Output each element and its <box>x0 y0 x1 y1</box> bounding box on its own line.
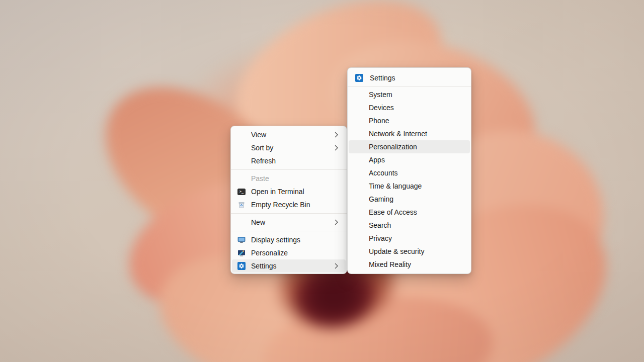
settings-gear-icon <box>355 74 363 82</box>
menu-item-label: Open in Terminal <box>251 188 335 196</box>
menu-item-settings[interactable]: Settings <box>232 259 346 273</box>
menu-item-label: Personalize <box>251 249 335 257</box>
menu-separator <box>231 169 347 170</box>
menu-item-view[interactable]: View <box>232 128 346 141</box>
menu-item-label: Sort by <box>251 144 335 152</box>
menu-item-label: View <box>251 131 335 139</box>
terminal-icon: >_ <box>237 189 246 195</box>
menu-separator <box>231 231 347 231</box>
menu-item-empty-recycle-bin[interactable]: Empty Recycle Bin <box>232 198 346 211</box>
desktop-context-menu: View Sort by Refresh Paste >_ Open in Te… <box>230 126 347 274</box>
menu-separator <box>348 86 471 87</box>
menu-item-label: Empty Recycle Bin <box>251 201 335 209</box>
menu-item-refresh[interactable]: Refresh <box>232 154 346 167</box>
display-icon <box>237 236 246 244</box>
menu-item-new[interactable]: New <box>232 216 346 229</box>
submenu-item-system[interactable]: System <box>349 88 470 101</box>
menu-item-label: Settings <box>251 262 335 270</box>
submenu-item-mixed-reality[interactable]: Mixed Reality <box>349 258 470 271</box>
menu-item-label: Display settings <box>251 236 335 244</box>
menu-item-label: Refresh <box>251 157 335 165</box>
menu-item-label: Paste <box>251 174 335 183</box>
submenu-header-label: Settings <box>370 74 395 82</box>
menu-item-label: New <box>251 218 335 226</box>
submenu-item-accounts[interactable]: Accounts <box>349 166 470 179</box>
menu-item-personalize[interactable]: Personalize <box>232 246 346 259</box>
submenu-item-time-language[interactable]: Time & language <box>349 179 470 193</box>
submenu-item-privacy[interactable]: Privacy <box>349 232 470 245</box>
submenu-item-update-security[interactable]: Update & security <box>349 245 470 258</box>
recycle-bin-icon <box>237 201 246 209</box>
submenu-item-personalization[interactable]: Personalization <box>349 140 470 153</box>
submenu-item-phone[interactable]: Phone <box>349 114 470 127</box>
submenu-item-search[interactable]: Search <box>349 219 470 232</box>
menu-item-paste[interactable]: Paste <box>232 172 346 185</box>
chevron-right-icon <box>335 145 346 151</box>
submenu-item-ease-of-access[interactable]: Ease of Access <box>349 206 470 219</box>
chevron-right-icon <box>335 263 346 269</box>
submenu-header-settings[interactable]: Settings <box>349 70 470 85</box>
submenu-item-network-internet[interactable]: Network & Internet <box>349 127 470 140</box>
submenu-item-apps[interactable]: Apps <box>349 153 470 166</box>
settings-gear-icon <box>237 262 246 270</box>
personalize-icon <box>237 249 246 257</box>
chevron-right-icon <box>335 132 346 138</box>
menu-item-display-settings[interactable]: Display settings <box>232 233 346 246</box>
submenu-item-gaming[interactable]: Gaming <box>349 193 470 206</box>
menu-item-sort-by[interactable]: Sort by <box>232 141 346 154</box>
chevron-right-icon <box>335 219 346 225</box>
menu-item-open-in-terminal[interactable]: >_ Open in Terminal <box>232 185 346 198</box>
submenu-item-devices[interactable]: Devices <box>349 101 470 114</box>
settings-submenu: Settings System Devices Phone Network & … <box>347 67 471 274</box>
menu-separator <box>231 213 347 214</box>
